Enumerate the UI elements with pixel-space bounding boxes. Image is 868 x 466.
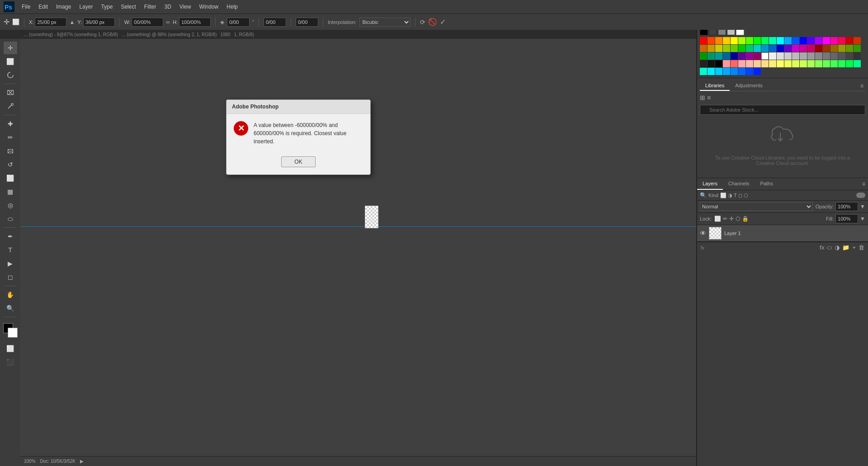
dialog-ok-button[interactable]: OK [281,156,315,167]
dialog-error-icon: ✕ [234,121,248,136]
dialog-message: A value between -600000/00% and 600000/0… [254,121,363,146]
dialog-body: ✕ A value between -600000/00% and 600000… [226,114,370,153]
dialog-title-bar: Adobe Photoshop [226,100,370,114]
dialog-footer: OK [226,153,370,174]
dialog-title: Adobe Photoshop [232,104,278,110]
dialog-box: Adobe Photoshop ✕ A value between -60000… [226,99,371,175]
dialog-overlay: Adobe Photoshop ✕ A value between -60000… [0,0,868,466]
